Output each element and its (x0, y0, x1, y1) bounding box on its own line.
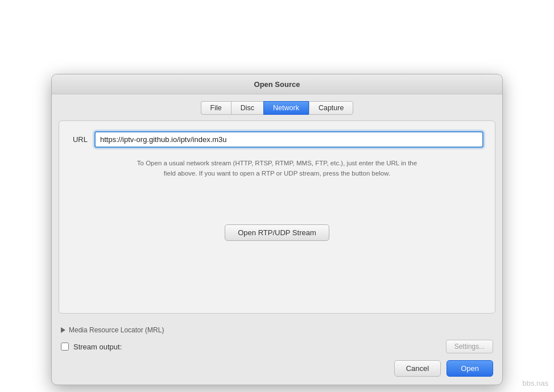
mrl-label: Media Resource Locator (MRL) (69, 326, 164, 334)
url-row: URL (71, 131, 483, 148)
stream-output-checkbox[interactable] (61, 343, 69, 351)
dialog-footer: Cancel Open (52, 357, 502, 385)
tab-capture[interactable]: Capture (309, 101, 353, 115)
watermark-text: bbs.nas (522, 379, 548, 387)
stream-output-left: Stream output: (61, 343, 122, 351)
dialog-overlay: Open Source File Disc Network Capture UR… (51, 74, 503, 364)
cancel-button[interactable]: Cancel (394, 360, 441, 377)
url-input[interactable] (94, 131, 483, 148)
mrl-triangle-icon (61, 327, 65, 333)
tab-disc[interactable]: Disc (231, 101, 263, 115)
help-text-content: To Open a usual network stream (HTTP, RT… (137, 160, 417, 177)
mrl-row[interactable]: Media Resource Locator (MRL) (52, 320, 502, 334)
tabs-row: File Disc Network Capture (52, 94, 502, 120)
tab-network[interactable]: Network (263, 101, 309, 115)
stream-output-label: Stream output: (73, 343, 122, 351)
open-source-dialog: Open Source File Disc Network Capture UR… (51, 74, 503, 385)
url-label: URL (71, 135, 88, 144)
settings-button[interactable]: Settings... (446, 340, 493, 353)
dialog-body: URL To Open a usual network stream (HTTP… (59, 120, 495, 314)
watermark: bbs.nas (522, 379, 548, 387)
rtp-area: Open RTP/UDP Stream (71, 224, 483, 241)
dialog-titlebar: Open Source (52, 74, 502, 94)
help-text: To Open a usual network stream (HTTP, RT… (71, 156, 483, 179)
open-rtp-udp-button[interactable]: Open RTP/UDP Stream (225, 224, 329, 241)
dialog-title: Open Source (254, 80, 300, 89)
stream-output-row: Stream output: Settings... (52, 334, 502, 357)
open-button[interactable]: Open (446, 360, 493, 377)
tab-file[interactable]: File (201, 101, 231, 115)
